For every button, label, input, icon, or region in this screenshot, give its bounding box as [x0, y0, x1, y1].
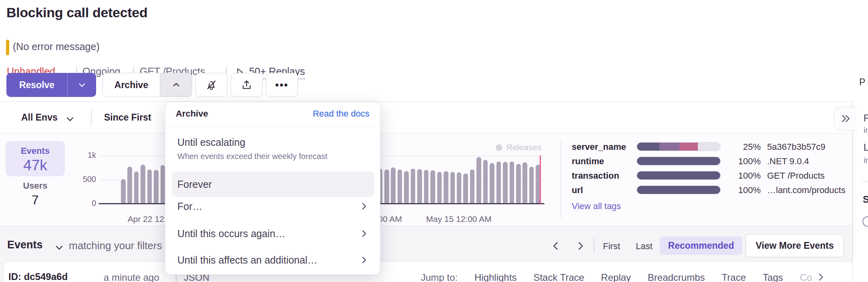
release-marker-line	[540, 155, 541, 203]
view-more-events-button[interactable]: View More Events	[745, 234, 844, 257]
events-dropdown[interactable]: Events	[7, 239, 43, 251]
chart-bar	[147, 169, 152, 203]
chart-bar	[141, 165, 145, 203]
sidebar-text-fragment: F	[864, 113, 868, 124]
chart-bar	[496, 161, 501, 203]
error-message: (No error message)	[13, 41, 100, 52]
jump-link[interactable]: Co	[800, 272, 812, 282]
chart-bar	[424, 170, 429, 203]
chart-bar	[470, 169, 475, 203]
archive-menu-item[interactable]: For…	[177, 201, 203, 212]
filter-bar: All Envs Since First	[0, 101, 853, 133]
legend-label: Releases	[506, 143, 542, 152]
issue-level-indicator	[6, 40, 9, 55]
bell-slash-icon	[205, 79, 217, 91]
tag-bar-segment	[637, 186, 720, 194]
right-sidebar	[853, 0, 868, 282]
tag-percent: 100%	[709, 156, 761, 167]
chart-bar	[457, 172, 462, 203]
archive-menu-item[interactable]: Until this affects an additional…	[177, 254, 317, 266]
chart-bar	[522, 162, 527, 203]
jump-link[interactable]: Trace	[722, 272, 746, 282]
jump-links-overflow-chevron[interactable]	[816, 272, 826, 282]
jump-link[interactable]: Tags	[763, 272, 783, 282]
tag-value: GET /Products	[767, 171, 825, 181]
chart-bar	[463, 173, 468, 203]
archive-button[interactable]: Archive	[102, 73, 160, 97]
sidebar-text-fragment: L	[864, 142, 868, 153]
chart-bar	[490, 163, 494, 203]
archive-dropdown-menu: Archive Read the docs Until escalatingWh…	[165, 102, 380, 275]
jump-link[interactable]: Highlights	[474, 272, 516, 282]
tag-bar-segment	[637, 171, 720, 179]
read-the-docs-link[interactable]: Read the docs	[313, 109, 370, 119]
more-actions-button[interactable]: •••	[266, 73, 298, 97]
tag-bar-segment	[659, 143, 679, 151]
tag-distribution-bar[interactable]	[637, 157, 721, 165]
chart-bar	[510, 161, 514, 203]
chart-bar	[476, 157, 481, 203]
jump-link[interactable]: Replay	[601, 272, 631, 282]
chart-bar	[134, 171, 139, 203]
tag-distribution-bar[interactable]	[637, 142, 721, 151]
chart-bar	[503, 162, 508, 203]
jump-link[interactable]: Breadcrumbs	[648, 272, 705, 282]
chart-bar	[121, 179, 126, 203]
last-event-option[interactable]: Last	[636, 241, 653, 252]
chart-bar	[516, 164, 521, 203]
chevron-right-icon	[359, 255, 369, 265]
chart-bar	[430, 170, 435, 203]
jump-link[interactable]: Stack Trace	[533, 272, 584, 282]
archive-menu-item-sublabel: When events exceed their weekly forecast	[177, 152, 328, 161]
recommended-event-option[interactable]: Recommended	[660, 236, 742, 255]
tag-key: runtime	[572, 156, 604, 167]
chart-bar	[529, 167, 534, 203]
nav-divider	[594, 238, 595, 252]
tag-key: url	[572, 185, 583, 195]
environment-filter[interactable]: All Envs	[21, 112, 58, 123]
chart-bar	[127, 167, 132, 203]
collapse-sidebar-button[interactable]	[834, 107, 857, 131]
archive-menu-item[interactable]: Until escalating	[177, 137, 245, 148]
chevron-up-icon	[172, 81, 181, 89]
view-all-tags-link[interactable]: View all tags	[572, 201, 621, 212]
chart-bar	[450, 172, 455, 203]
tag-distribution-bar[interactable]	[637, 171, 721, 180]
tag-percent: 25%	[709, 142, 761, 152]
sidebar-mini-divider	[862, 181, 868, 182]
event-id: ID: dc549a6d	[8, 271, 68, 282]
y-axis-tick-label: 0	[56, 199, 96, 208]
page-title: Blocking call detected	[6, 5, 147, 20]
chevron-down-icon	[78, 81, 86, 89]
sidebar-text-fragment: P	[859, 77, 865, 88]
upload-icon	[241, 79, 253, 91]
chart-bar	[444, 171, 448, 203]
legend-dot-icon	[496, 144, 502, 151]
chart-bar	[154, 170, 159, 203]
archive-dropdown-button[interactable]	[160, 73, 192, 97]
first-event-option[interactable]: First	[603, 241, 620, 252]
chart-bar	[384, 169, 389, 203]
mute-button[interactable]	[195, 73, 227, 97]
tag-bar-segment	[637, 143, 659, 151]
resolve-button[interactable]: Resolve	[6, 73, 67, 97]
share-button[interactable]	[231, 73, 263, 97]
archive-menu-title: Archive	[176, 109, 208, 119]
resolve-dropdown-button[interactable]	[67, 73, 96, 97]
archive-menu-item[interactable]: Forever	[177, 179, 212, 190]
archive-menu-item[interactable]: Until this occurs again…	[177, 228, 285, 240]
tag-distribution-bar[interactable]	[637, 185, 721, 194]
tag-percent: 100%	[709, 185, 761, 195]
tag-key: server_name	[572, 142, 626, 152]
next-event-button[interactable]	[575, 240, 586, 252]
section-divider	[561, 141, 561, 218]
jump-to-label: Jump to:	[421, 272, 458, 282]
event-timestamp: a minute ago	[104, 272, 159, 282]
tag-key: transaction	[572, 171, 619, 181]
date-range-filter[interactable]: Since First	[104, 112, 151, 123]
events-filter-caption: matching your filters	[69, 240, 162, 252]
prev-event-button[interactable]	[550, 240, 561, 252]
archive-menu-header: Archive Read the docs	[165, 102, 380, 127]
y-axis-tick-label: 500	[56, 175, 96, 184]
releases-legend[interactable]: Releases	[496, 143, 542, 152]
